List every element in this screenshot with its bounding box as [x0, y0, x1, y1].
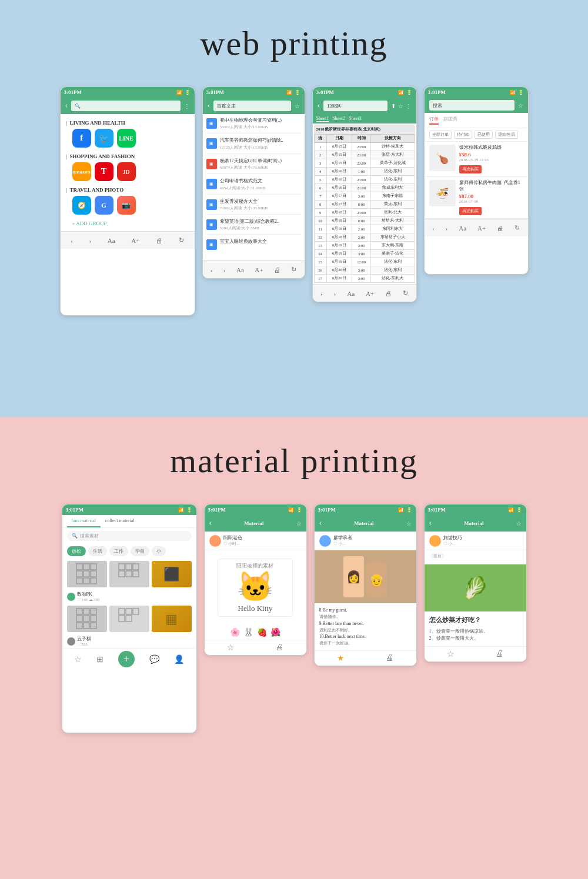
next-btn-4[interactable]: › — [446, 225, 448, 232]
rebuy-btn-2[interactable]: 再次购买 — [459, 207, 482, 215]
cat-relax[interactable]: 放松 — [67, 546, 86, 556]
print-btn-1[interactable]: 🖨 — [156, 237, 162, 244]
mat-content-text-3: 8.Be my guest. 请便/随你。 9.Better late than… — [315, 603, 416, 650]
refresh-btn-1[interactable]: ↻ — [179, 236, 184, 244]
file-item-5[interactable]: ▣ 生发养发秘方大全 70002人阅读 大小:35.00KB — [206, 199, 301, 215]
refresh-btn-2[interactable]: ↻ — [291, 266, 296, 273]
nav-apps[interactable]: ⊞ — [96, 654, 103, 664]
mat-star-empty-4[interactable]: ☆ — [447, 649, 455, 659]
file-item-7[interactable]: ▣ 宝宝入睡经典故事大全 — [206, 239, 301, 253]
file-item-4[interactable]: ▣ 公司申请书格式范文 4954人阅读 大小:31.00KB — [206, 178, 301, 194]
nav-chat[interactable]: 💬 — [149, 654, 159, 664]
cat-life[interactable]: 生活 — [88, 546, 107, 556]
tw-icon[interactable]: 🐦 — [95, 129, 113, 148]
back-icon-1[interactable]: ‹ — [65, 101, 68, 111]
mat-item-sudoku[interactable]: 数独PK ♡ 148 ☁ 391 — [62, 590, 196, 603]
back-icon-3[interactable]: ‹ — [318, 101, 320, 111]
mat-back-3[interactable]: ‹ — [319, 519, 322, 528]
search-bar-3[interactable]: 1398路 — [323, 101, 387, 111]
font-btn-2[interactable]: Aa — [236, 266, 244, 273]
mat-star-2[interactable]: ☆ — [296, 520, 302, 527]
photo-icon[interactable]: 📷 — [117, 196, 136, 215]
back-icon-2[interactable]: ‹ — [208, 101, 211, 111]
add-group-btn[interactable]: + ADD GROUP — [66, 220, 189, 226]
mat-print-2[interactable]: 🖨 — [275, 643, 283, 653]
svg-rect-1 — [83, 564, 89, 570]
svg-rect-17 — [91, 609, 96, 614]
nav-add[interactable]: + — [118, 651, 135, 667]
ctrip-icon[interactable]: 🧭 — [72, 196, 91, 215]
prev-btn-1[interactable]: ‹ — [71, 237, 73, 244]
rebuy-btn-1[interactable]: 再次购买 — [459, 165, 482, 173]
tab-group[interactable]: 拼团秀 — [443, 116, 457, 125]
font-plus-3[interactable]: A+ — [366, 290, 374, 297]
cat-work[interactable]: 工作 — [109, 546, 128, 556]
filter-refund[interactable]: 退款/售后 — [495, 131, 519, 139]
font-btn-1[interactable]: Aa — [108, 237, 115, 244]
sheet-tabs: Sheet1 Sheet2 Sheet3 — [313, 114, 416, 123]
search-icon-4[interactable]: ☆ — [518, 102, 523, 109]
mat-star-4[interactable]: ☆ — [516, 520, 522, 527]
refresh-btn-3[interactable]: ↻ — [403, 289, 408, 297]
prev-btn-3[interactable]: ‹ — [320, 290, 323, 297]
cat-preschool[interactable]: 学前 — [131, 546, 149, 556]
jd-icon[interactable]: JD — [117, 162, 136, 181]
mat-star-empty-2[interactable]: ☆ — [227, 643, 235, 653]
tab-collect-material[interactable]: collect material — [101, 515, 139, 527]
nav-user[interactable]: 👤 — [174, 654, 184, 664]
line-icon[interactable]: LINE — [117, 129, 136, 148]
shop-search-bar[interactable]: 搜索 — [429, 100, 514, 111]
shopping-icons: amazon T JD — [66, 162, 189, 181]
google-icon[interactable]: G — [95, 196, 113, 215]
amazon-icon[interactable]: amazon — [72, 162, 91, 181]
next-btn-2[interactable]: › — [223, 266, 226, 273]
mat-search-bar[interactable]: 🔍 搜索素材 — [67, 531, 192, 541]
filter-all[interactable]: 全部订单 — [429, 131, 452, 139]
file-item-3[interactable]: ▣ 杨慕17天搞定GRE单词(时间..) 68974人阅读 大小:70.00KB — [206, 158, 301, 174]
search-icon-mat: 🔍 — [72, 533, 78, 539]
mat-star-filled-3[interactable]: ★ — [337, 653, 345, 663]
print-btn-4[interactable]: 🖨 — [497, 225, 503, 232]
tab-fans-material[interactable]: fans material — [67, 515, 101, 527]
next-btn-3[interactable]: › — [334, 290, 336, 297]
mat-print-4[interactable]: 🖨 — [495, 649, 503, 659]
file-item-6[interactable]: ▣ 希望英语(第二版)综合教程2.. 5206人阅读 大小:5MB — [206, 219, 301, 235]
prev-btn-2[interactable]: ‹ — [211, 266, 213, 273]
prev-btn-4[interactable]: ‹ — [432, 225, 435, 232]
sheet-tab-2[interactable]: Sheet2 — [332, 116, 345, 122]
search-bar-2[interactable]: 百度文库 — [213, 101, 290, 111]
sheet-tab-1[interactable]: Sheet1 — [316, 116, 329, 122]
filter-used[interactable]: 已使用 — [475, 131, 493, 139]
file-item-1[interactable]: ▣ 初中生物地理会考复习资料(..) 55002人阅读 大小:13.00KB — [206, 118, 301, 133]
mat-star-3[interactable]: ☆ — [406, 520, 412, 527]
shop-item-2[interactable]: 🍜 廖师傅传私房牛肉面: 代金券1张 ¥87.00 2018-07-09 再次购… — [425, 177, 528, 219]
next-btn-1[interactable]: › — [89, 237, 92, 244]
mat-footer-3: ★ 🖨 — [315, 650, 416, 666]
refresh-btn-4[interactable]: ↻ — [514, 224, 520, 232]
mat-back-2[interactable]: ‹ — [209, 519, 212, 528]
cat-other[interactable]: 小 — [152, 546, 166, 556]
file-item-2[interactable]: ▣ 汽车美容师教您如何巧妙清除.. 12125人阅读 大小:13.00KB — [206, 138, 301, 153]
mat-print-3[interactable]: 🖨 — [385, 653, 393, 663]
font-plus-1[interactable]: A+ — [131, 237, 139, 244]
font-plus-4[interactable]: A+ — [477, 225, 486, 232]
sheet-tab-3[interactable]: Sheet3 — [349, 116, 362, 122]
author-follow-3: ♡ 小... — [333, 541, 352, 547]
fb-icon[interactable]: f — [72, 129, 91, 148]
mat-back-4[interactable]: ‹ — [429, 519, 432, 528]
mat-item-gomoku[interactable]: 五子棋 ♡ 326 — [62, 634, 196, 648]
t-icon[interactable]: T — [95, 162, 113, 181]
table-row: 76月17日3:00东南子东部 — [314, 192, 415, 200]
search-bar-1[interactable]: 🔍 — [71, 101, 180, 111]
font-plus-2[interactable]: A+ — [255, 266, 263, 273]
nav-home[interactable]: ☆ — [74, 654, 82, 664]
font-btn-3[interactable]: Aa — [347, 290, 355, 297]
mat-phone-4: 3:01PM 📶 🔋 ‹ Material ☆ 旅游技巧 ♡ 小... — [424, 504, 527, 662]
tab-order[interactable]: 订单 — [429, 116, 439, 125]
font-btn-4[interactable]: Aa — [459, 225, 466, 232]
print-btn-3[interactable]: 🖨 — [385, 290, 392, 297]
spreadsheet-container: 2018俄罗斯世界杯赛程表(北京时间) 场 日期 时间 沃旅方向 16月15日2… — [313, 123, 416, 284]
print-btn-2[interactable]: 🖨 — [274, 266, 280, 273]
shop-item-1[interactable]: 🍗 饭米粒韩式脆皮鸡饭· ¥58.6 2018-03-19 11:33 再次购买 — [425, 142, 528, 177]
filter-pending[interactable]: 待付款 — [454, 131, 472, 139]
